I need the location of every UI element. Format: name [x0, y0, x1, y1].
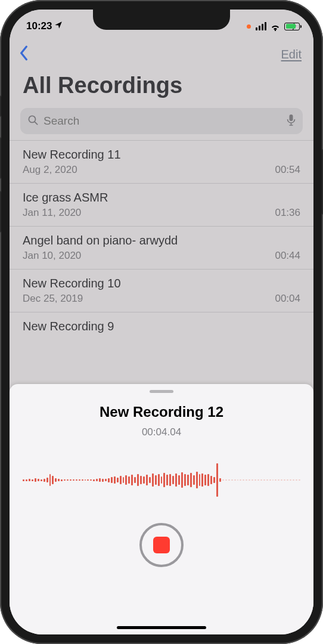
location-arrow-icon	[54, 20, 63, 32]
nav-bar: Edit	[10, 39, 313, 67]
recording-date: Aug 2, 2020	[23, 164, 77, 176]
battery-icon	[284, 23, 297, 30]
waveform	[10, 463, 313, 497]
recording-duration: 01:36	[275, 207, 300, 219]
search-input[interactable]	[44, 114, 282, 128]
recording-title: New Recording 11	[23, 148, 300, 162]
status-time: 10:23	[26, 20, 52, 32]
svg-line-1	[35, 122, 37, 124]
recording-row[interactable]: New Recording 9	[10, 312, 313, 343]
sheet-grabber[interactable]	[150, 390, 173, 393]
recording-row[interactable]: Angel band on piano- arwydd Jan 10, 2020…	[10, 226, 313, 269]
volume-up-button	[0, 137, 1, 179]
wifi-icon	[270, 22, 281, 30]
stop-icon	[153, 537, 170, 553]
recordings-list: New Recording 11 Aug 2, 202000:54 Ice gr…	[10, 140, 313, 343]
cellular-signal-icon	[256, 22, 266, 30]
silence-switch	[0, 95, 1, 117]
dictation-icon[interactable]	[287, 114, 296, 128]
search-field[interactable]	[20, 108, 303, 134]
recording-sheet[interactable]: New Recording 12 00:04.04	[10, 384, 313, 634]
recording-duration: 00:44	[275, 250, 300, 262]
recording-title: New Recording 10	[23, 277, 300, 290]
playhead	[216, 463, 218, 497]
device-frame: 10:23	[0, 0, 323, 644]
home-indicator[interactable]	[117, 626, 206, 629]
recording-row[interactable]: New Recording 11 Aug 2, 202000:54	[10, 140, 313, 183]
active-recording-elapsed: 00:04.04	[142, 426, 181, 438]
search-icon	[27, 114, 39, 128]
page-title: All Recordings	[10, 67, 313, 108]
volume-down-button	[0, 191, 1, 233]
active-recording-title: New Recording 12	[100, 404, 223, 420]
recording-duration: 00:04	[275, 293, 300, 305]
screen: 10:23	[10, 10, 313, 634]
recording-title: Ice grass ASMR	[23, 191, 300, 205]
notch	[93, 10, 230, 30]
recording-indicator-dot	[247, 24, 251, 29]
back-button[interactable]	[19, 45, 29, 63]
recording-date: Jan 10, 2020	[23, 250, 81, 262]
svg-rect-2	[290, 114, 293, 121]
chevron-left-icon	[19, 45, 29, 61]
recording-title: New Recording 9	[23, 320, 300, 333]
stop-recording-button[interactable]	[139, 523, 184, 567]
recording-date: Jan 11, 2020	[23, 207, 81, 219]
recording-row[interactable]: New Recording 10 Dec 25, 201900:04	[10, 269, 313, 312]
recording-duration: 00:54	[275, 164, 300, 176]
edit-button[interactable]: Edit	[281, 48, 302, 61]
recording-date: Dec 25, 2019	[23, 293, 83, 305]
recording-row[interactable]: Ice grass ASMR Jan 11, 202001:36	[10, 183, 313, 226]
recording-title: Angel band on piano- arwydd	[23, 234, 300, 247]
